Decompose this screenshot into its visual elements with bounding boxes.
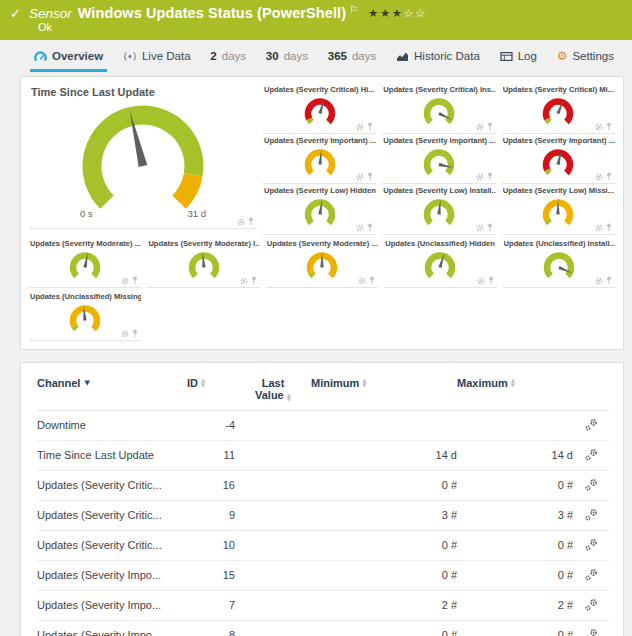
gauge-tile[interactable]: Updates (Severity Critical) Ins... [382, 83, 495, 134]
channel-row[interactable]: Updates (Severity Impo...72 #2 # [37, 590, 609, 620]
gauge-tile[interactable]: Updates (Unclassified) Missing [29, 290, 141, 341]
channel-last-value [235, 590, 311, 620]
channel-name: Updates (Severity Impo... [37, 620, 187, 636]
pin-icon [488, 276, 494, 285]
gauge-tile[interactable]: Updates (Severity Important) ... [263, 134, 376, 185]
column-header-minimum[interactable]: Minimum▲▼ [311, 365, 457, 411]
channel-row[interactable]: Updates (Severity Critic...100 #0 # [37, 530, 609, 560]
star-empty-icon[interactable]: ☆ [415, 6, 427, 20]
tile-action-icons[interactable] [121, 329, 138, 338]
gauge-tile[interactable]: Updates (Severity Moderate) ... [266, 237, 378, 288]
edit-channel-gears-icon[interactable] [585, 478, 598, 491]
tab-30-days[interactable]: 30 days [262, 43, 312, 72]
gauge-title: Updates (Severity Moderate) ... [30, 239, 141, 248]
tile-action-icons[interactable] [358, 276, 375, 285]
channel-id: 7 [187, 590, 235, 620]
channel-id: 15 [187, 560, 235, 590]
overview-gauges-panel: Time Since Last Update 0 s 31 d Updates … [20, 76, 624, 350]
tab-settings[interactable]: ⚙Settings [553, 43, 618, 72]
chart-icon [396, 51, 409, 62]
sort-icon: ▲▼ [362, 378, 366, 387]
edit-channel-gears-icon[interactable] [585, 598, 598, 611]
tab-2-days[interactable]: 2 days [206, 43, 250, 72]
tile-action-icons[interactable] [595, 172, 612, 181]
tile-action-icons[interactable] [476, 223, 493, 232]
tab-overview[interactable]: Overview [30, 43, 107, 72]
channel-row[interactable]: Updates (Severity Impo...150 #0 # [37, 560, 609, 590]
column-header-id[interactable]: ID▲▼ [187, 365, 235, 411]
gauge-tile[interactable]: Updates (Severity Important) ... [382, 134, 495, 185]
gauge-tile[interactable]: Updates (Severity Critical) Mi... [502, 83, 615, 134]
gauge-title: Updates (Severity Important) ... [383, 136, 495, 145]
column-header-channel[interactable]: Channel▼ [37, 365, 187, 411]
gauge-tile-time-since-last-update[interactable]: Time Since Last Update 0 s 31 d [29, 83, 257, 229]
gauge-title: Updates (Severity Moderate) I... [148, 239, 259, 248]
edit-channel-gears-icon[interactable] [585, 538, 598, 551]
gear-icon [595, 123, 603, 131]
column-header-maximum[interactable]: Maximum▲▼ [457, 365, 573, 411]
tile-action-icons[interactable] [240, 276, 257, 285]
channel-minimum: 2 # [311, 590, 457, 620]
gauge-tile[interactable]: Updates (Severity Moderate) ... [29, 237, 141, 288]
pin-icon [606, 276, 612, 285]
gauge-tile[interactable]: Updates (Severity Low) Missi... [502, 184, 615, 235]
tab-historic-data[interactable]: Historic Data [392, 43, 484, 72]
edit-channel-gears-icon[interactable] [585, 628, 598, 636]
gear-icon [121, 330, 129, 338]
gear-icon: ⚙ [557, 50, 568, 62]
tile-action-icons[interactable] [595, 122, 612, 131]
small-gauges-row5: Updates (Unclassified) Missing [29, 290, 615, 341]
tile-action-icons[interactable] [356, 223, 373, 232]
channel-row[interactable]: Time Since Last Update1114 d14 d [37, 440, 609, 470]
gauge-title: Updates (Severity Critical) Mi... [503, 85, 615, 94]
gauge-tile[interactable]: Updates (Severity Low) Hidden [263, 184, 376, 235]
priority-flag-icon[interactable]: ⚐ [349, 4, 358, 15]
star-filled-icon[interactable]: ★ [368, 6, 380, 20]
channel-row[interactable]: Updates (Severity Impo...80 #0 # [37, 620, 609, 636]
edit-channel-gears-icon[interactable] [585, 568, 598, 581]
star-filled-icon[interactable]: ★ [392, 6, 404, 20]
edit-channel-gears-icon[interactable] [585, 508, 598, 521]
channel-maximum: 0 # [457, 560, 573, 590]
tile-action-icons[interactable] [356, 172, 373, 181]
gauge-tile[interactable]: Updates (Unclassified) Install... [503, 237, 615, 288]
channel-row[interactable]: Downtime-4 [37, 410, 609, 440]
gauge-title: Updates (Severity Important) ... [264, 136, 376, 145]
gauge-tile[interactable]: Updates (Severity Important) ... [502, 134, 615, 185]
tile-action-icons[interactable] [476, 172, 493, 181]
tile-action-icons[interactable] [121, 276, 138, 285]
channel-minimum: 0 # [311, 530, 457, 560]
star-empty-icon[interactable]: ☆ [404, 6, 416, 20]
gauge-tile[interactable]: Updates (Severity Moderate) I... [147, 237, 259, 288]
channel-name: Updates (Severity Critic... [37, 530, 187, 560]
channel-minimum: 0 # [311, 470, 457, 500]
tile-action-icons[interactable] [356, 122, 373, 131]
tab-live-data[interactable]: Live Data [119, 43, 195, 72]
pin-icon [132, 276, 138, 285]
tab-365-days[interactable]: 365 days [324, 43, 380, 72]
gauge-tile[interactable]: Updates (Severity Critical) Hi... [263, 83, 376, 134]
tile-action-icons[interactable] [237, 217, 254, 226]
channel-id: 8 [187, 620, 235, 636]
tab-log[interactable]: Log [496, 43, 541, 72]
edit-channel-gears-icon[interactable] [585, 418, 598, 431]
time-since-last-update-gauge [29, 98, 257, 212]
gauge-tile[interactable]: Updates (Unclassified) Hidden [384, 237, 496, 288]
tile-action-icons[interactable] [595, 276, 612, 285]
gear-icon [237, 218, 245, 226]
channel-maximum: 0 # [457, 620, 573, 636]
edit-channel-gears-icon[interactable] [585, 448, 598, 461]
channel-row[interactable]: Updates (Severity Critic...93 #3 # [37, 500, 609, 530]
channel-row[interactable]: Updates (Severity Critic...160 #0 # [37, 470, 609, 500]
tile-action-icons[interactable] [476, 122, 493, 131]
priority-stars[interactable]: ★★★☆☆ [368, 6, 427, 20]
gauge-tile[interactable]: Updates (Severity Low) Install... [382, 184, 495, 235]
tile-action-icons[interactable] [595, 223, 612, 232]
pin-icon [132, 329, 138, 338]
column-header-last-value[interactable]: LastValue▲▼ [235, 365, 311, 411]
tile-action-icons[interactable] [477, 276, 494, 285]
channel-name: Updates (Severity Critic... [37, 470, 187, 500]
channel-last-value [235, 620, 311, 636]
star-filled-icon[interactable]: ★ [380, 6, 392, 20]
channel-last-value [235, 410, 311, 440]
